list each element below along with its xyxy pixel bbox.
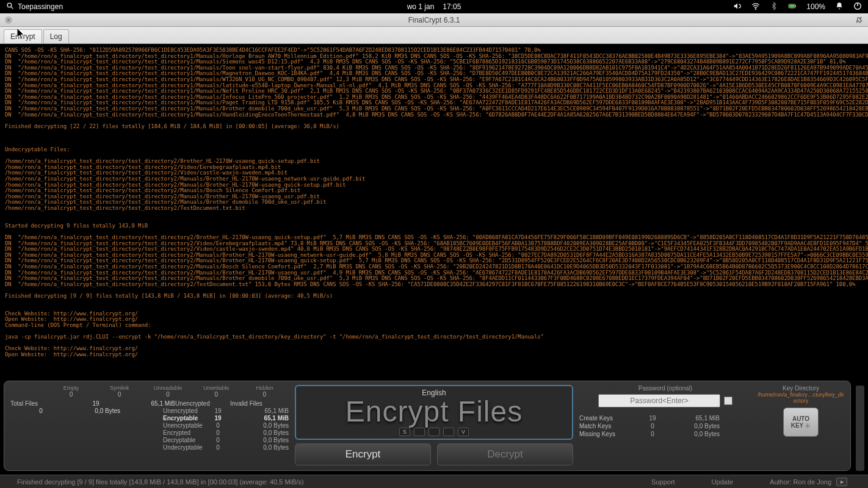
- key-directory-path[interactable]: /home/ron/a_finalcry…ctory/key_directory: [758, 392, 844, 404]
- clock-time: 17:05: [443, 2, 461, 11]
- row-unencrypted: Unencrypted: [175, 400, 230, 407]
- author-go-button[interactable]: ▸: [836, 478, 847, 486]
- col-unwritable: Unwritable: [203, 385, 230, 391]
- col-unreadable: Unreadable: [154, 385, 183, 391]
- system-top-bar: Toepassingen wo 1 jan 17:05 100%: [0, 0, 868, 13]
- clock-date: wo 1 jan: [407, 2, 435, 11]
- applications-label[interactable]: Toepassingen: [18, 2, 63, 11]
- svg-point-2: [756, 9, 756, 9]
- volume-icon[interactable]: [733, 2, 742, 12]
- svg-point-0: [7, 3, 12, 7]
- mode-display-box[interactable]: English Encrypt Files S V: [295, 385, 573, 440]
- battery-icon[interactable]: [788, 2, 797, 12]
- wifi-icon[interactable]: [751, 2, 760, 12]
- bluetooth-icon[interactable]: [770, 2, 778, 12]
- power-icon[interactable]: [853, 2, 862, 12]
- svg-line-1: [11, 7, 13, 9]
- encrypt-button[interactable]: Encrypt: [295, 443, 431, 465]
- key-password-panel: Password (optional) Create Keys1965,1 Mi…: [579, 385, 844, 467]
- tab-encrypt[interactable]: Encrypt: [4, 29, 42, 43]
- password-input[interactable]: [598, 394, 720, 407]
- status-footer: Finished decrypting [9 / 9] files totall…: [0, 475, 868, 488]
- col-symlink: Symlink: [110, 385, 129, 391]
- mode-big-label: Encrypt Files: [345, 397, 523, 426]
- close-button[interactable]: ×: [5, 16, 12, 24]
- update-link[interactable]: Update: [712, 478, 733, 486]
- window-title: FinalCrypt 6.3.1: [408, 16, 460, 24]
- password-label: Password (optional): [579, 385, 751, 392]
- col-hidden: Hidden: [256, 385, 273, 391]
- svg-rect-4: [790, 5, 795, 7]
- tabs-row: Encrypt Log: [0, 27, 868, 44]
- col-empty: Empty: [63, 385, 79, 391]
- log-output-text: CANS SOS -OS -KS SHA-256: "0112D59A89257…: [5, 48, 863, 357]
- tab-log[interactable]: Log: [43, 29, 69, 43]
- auto-key-button[interactable]: AUTO KEY: [783, 407, 819, 437]
- window-title-bar: × FinalCrypt 6.3.1: [0, 13, 868, 27]
- key-directory-header: Key Directory: [758, 385, 844, 392]
- bottom-panel: Empty0 Symlink0 Unreadable0 Unwritable0 …: [4, 381, 851, 471]
- battery-percent: 100%: [806, 2, 825, 11]
- log-output-area[interactable]: CANS SOS -OS -KS SHA-256: "0112D59A89257…: [0, 44, 868, 378]
- row-total-files: Total Files: [10, 400, 71, 407]
- center-action-panel: English Encrypt Files S V Encrypt Decryp…: [295, 385, 573, 467]
- notifications-icon[interactable]: [835, 2, 844, 12]
- vertical-scrollbar[interactable]: [856, 386, 864, 471]
- password-show-checkbox[interactable]: [724, 396, 732, 405]
- maximize-button[interactable]: [856, 16, 863, 25]
- row-invalid-files: Invalid Files: [230, 400, 289, 407]
- decrypt-button[interactable]: Decrypt: [437, 443, 573, 465]
- svg-rect-5: [795, 5, 796, 6]
- svg-point-8: [807, 425, 809, 426]
- file-stats-panel: Empty0 Symlink0 Unreadable0 Unwritable0 …: [10, 385, 289, 467]
- status-message: Finished decrypting [9 / 9] files totall…: [17, 478, 304, 486]
- support-link[interactable]: Support: [651, 478, 675, 486]
- author-label: Author: Ron de Jong: [770, 478, 831, 486]
- search-icon[interactable]: [6, 2, 14, 12]
- mode-slider[interactable]: S V: [399, 428, 469, 436]
